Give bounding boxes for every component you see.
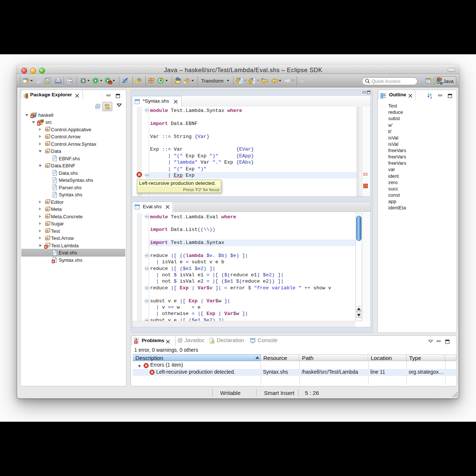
svg-text:z: z [430,96,432,99]
svg-text:x: x [135,341,136,344]
svg-text:010: 010 [68,81,72,83]
svg-text:J: J [440,77,442,81]
svg-text:J: J [35,112,37,116]
